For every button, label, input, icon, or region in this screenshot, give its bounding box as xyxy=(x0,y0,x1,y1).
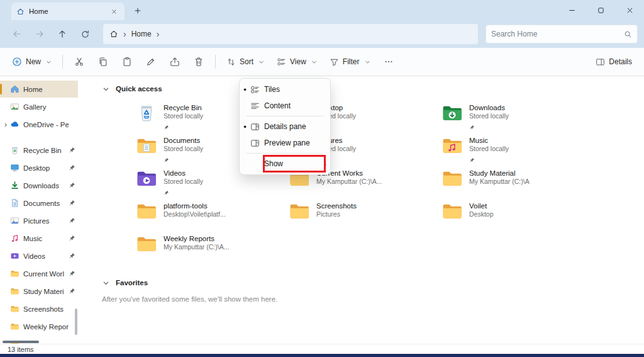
menu-item-label: Preview pane xyxy=(264,139,319,147)
refresh-button[interactable] xyxy=(74,24,96,44)
sidebar-item-recycle-bin[interactable]: Recycle Bin xyxy=(0,142,78,159)
sidebar-item-downloads[interactable]: Downloads xyxy=(0,177,78,194)
item-name: Screenshots xyxy=(316,201,357,210)
sidebar-item-label: Music xyxy=(23,235,69,242)
paste-button[interactable] xyxy=(116,51,138,72)
quick-access-item-voilet[interactable]: Voilet Desktop xyxy=(441,201,594,234)
back-button[interactable] xyxy=(6,24,28,44)
view-menu-item-show[interactable]: Show › xyxy=(240,156,330,172)
sidebar-item-label: Pictures xyxy=(23,217,69,225)
item-detail: Desktop xyxy=(469,210,494,218)
view-button[interactable]: View xyxy=(271,51,323,72)
sort-button[interactable]: Sort xyxy=(221,51,270,72)
quick-access-item-music[interactable]: Music Stored locally xyxy=(441,135,594,168)
sidebar-item-icon xyxy=(10,234,20,244)
sidebar-expander-icon[interactable]: › xyxy=(4,120,10,129)
details-button-label: Details xyxy=(609,57,632,66)
item-name: Documents xyxy=(164,136,203,145)
sidebar-item-onedrive-pers[interactable]: › OneDrive - Pers xyxy=(0,116,78,133)
quick-access-label: Quick access xyxy=(116,85,162,93)
menu-item-icon xyxy=(250,101,264,111)
quick-access-item-screenshots[interactable]: Screenshots Pictures xyxy=(289,201,441,234)
delete-button[interactable] xyxy=(187,51,210,72)
search-box xyxy=(486,25,638,43)
sidebar-item-label: Gallery xyxy=(23,103,69,111)
quick-access-item-platform-tools[interactable]: platform-tools Desktop\Voilet\platf... xyxy=(136,201,289,234)
quick-access-header: Quick access xyxy=(101,81,644,96)
breadcrumb-chevron-icon[interactable]: › xyxy=(123,30,126,38)
sidebar-list: Home Gallery › OneDrive - Pers Recycle B… xyxy=(0,81,78,344)
sidebar-item-desktop[interactable]: Desktop xyxy=(0,159,78,176)
sidebar-item-music[interactable]: Music xyxy=(0,230,78,247)
share-button[interactable] xyxy=(164,51,186,72)
item-name: Study Material xyxy=(469,169,530,178)
item-name: Weekly Reports xyxy=(164,234,229,243)
rename-button[interactable] xyxy=(140,51,162,72)
sidebar-item-label: Home xyxy=(23,86,69,93)
close-button[interactable] xyxy=(615,0,644,20)
view-icon xyxy=(277,57,286,67)
sidebar-item-screenshots[interactable]: Screenshots xyxy=(0,300,78,317)
sidebar-item-documents[interactable]: Documents xyxy=(0,195,78,212)
sidebar-item-label: Study Materi xyxy=(23,288,69,295)
quick-access-item-downloads[interactable]: Downloads Stored locally xyxy=(441,103,594,135)
pin-icon xyxy=(69,217,76,225)
quick-access-item-study-material[interactable]: Study Material My Kamputtar (C:)\A xyxy=(441,168,594,201)
sidebar-item-label: Videos xyxy=(23,252,69,260)
sidebar-item-pictures[interactable]: Pictures xyxy=(0,212,78,229)
pin-icon xyxy=(69,200,76,207)
copy-button[interactable] xyxy=(92,51,114,72)
chevron-collapse-icon[interactable] xyxy=(101,278,111,288)
sidebar-horizontal-scrollbar[interactable] xyxy=(3,341,39,343)
menu-selected-dot: • xyxy=(240,122,250,132)
sidebar-item-label: Weekly Reports xyxy=(23,323,69,331)
forward-button[interactable] xyxy=(29,24,50,44)
item-detail: My Kamputtar (C:)\A xyxy=(469,178,530,186)
view-menu-item-tiles[interactable]: • Tiles xyxy=(240,81,330,98)
tab-close-icon[interactable] xyxy=(108,6,119,17)
file-explorer-window: Home xyxy=(0,0,644,357)
item-name: platform-tools xyxy=(164,201,226,210)
sidebar-vertical-scrollbar[interactable] xyxy=(75,309,77,335)
menu-separator xyxy=(246,116,324,116)
more-options-button[interactable] xyxy=(377,51,400,72)
sidebar-item-weekly-reports[interactable]: Weekly Reports xyxy=(0,318,78,335)
favorites-empty-text: After you've favorited some files, we'll… xyxy=(102,295,644,303)
details-button[interactable]: Details xyxy=(590,51,638,72)
item-icon xyxy=(289,201,310,222)
cut-button[interactable] xyxy=(68,51,91,72)
breadcrumb-chevron-icon[interactable]: › xyxy=(157,30,160,38)
sidebar-item-label: Documents xyxy=(23,200,69,207)
chevron-down-icon xyxy=(365,59,370,65)
quick-access-item-weekly-reports[interactable]: Weekly Reports My Kamputtar (C:)\A... xyxy=(136,234,289,266)
item-icon xyxy=(136,168,157,190)
new-tab-button[interactable] xyxy=(130,3,146,19)
tab-title: Home xyxy=(29,8,48,15)
sidebar-item-icon xyxy=(10,102,20,112)
view-menu-item-content[interactable]: Content xyxy=(240,98,330,114)
sidebar-item-study-materi[interactable]: Study Materi xyxy=(0,283,78,300)
chevron-down-icon xyxy=(46,59,52,65)
item-icon xyxy=(136,201,157,222)
chevron-collapse-icon[interactable] xyxy=(101,84,111,94)
sidebar-item-current-worl[interactable]: Current Worl xyxy=(0,265,78,282)
new-button[interactable]: New xyxy=(6,51,57,72)
minimize-button[interactable] xyxy=(557,0,586,20)
menu-item-label: Details pane xyxy=(264,122,319,131)
tab-home[interactable]: Home xyxy=(11,3,125,20)
view-menu-item-preview-pane[interactable]: Preview pane xyxy=(240,135,330,151)
navigation-bar: › Home › xyxy=(0,20,644,48)
sidebar-item-gallery[interactable]: Gallery xyxy=(0,98,78,115)
filter-button[interactable]: Filter xyxy=(324,51,376,72)
menu-item-icon xyxy=(250,85,264,94)
view-menu-item-details-pane[interactable]: • Details pane xyxy=(240,118,330,135)
up-button[interactable] xyxy=(52,24,73,44)
breadcrumb-home-icon[interactable] xyxy=(109,30,118,38)
items-count: 13 items xyxy=(8,346,34,353)
sidebar-item-home[interactable]: Home xyxy=(0,81,78,98)
search-input[interactable] xyxy=(491,30,624,38)
command-toolbar: New Sort xyxy=(0,48,644,76)
breadcrumb-home-label[interactable]: Home xyxy=(131,30,152,38)
maximize-button[interactable] xyxy=(586,0,615,20)
sidebar-item-videos[interactable]: Videos xyxy=(0,247,78,264)
